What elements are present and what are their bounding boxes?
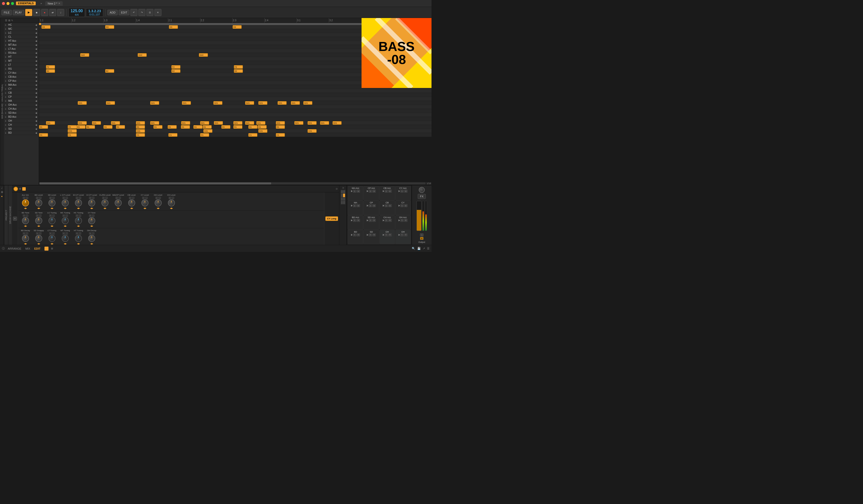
track-row-cb[interactable] xyxy=(39,93,432,97)
track-mute-button[interactable]: ◀ xyxy=(35,96,38,98)
note-block[interactable]: D1 xyxy=(258,125,266,129)
knob-minus-button[interactable]: - xyxy=(26,197,28,199)
note-block[interactable]: G#1 xyxy=(150,101,159,105)
close-button[interactable] xyxy=(2,2,5,5)
note-block[interactable]: D1 xyxy=(248,125,257,129)
track-row-ch-acc[interactable] xyxy=(39,109,432,113)
knob-minus-button[interactable]: - xyxy=(26,232,28,235)
channel-mute-button[interactable]: M xyxy=(357,234,360,236)
pattern-cell[interactable] xyxy=(341,194,343,197)
note-block[interactable]: C#1 xyxy=(258,129,267,133)
track-mute-button[interactable]: ◀ xyxy=(35,24,38,26)
channel-play-button[interactable] xyxy=(367,219,368,222)
knob-plus-button[interactable]: + xyxy=(62,197,65,199)
knob-plus-button[interactable]: + xyxy=(76,232,78,235)
capture-button[interactable]: ⊡ xyxy=(147,9,153,16)
note-block[interactable]: F2 xyxy=(234,65,243,69)
note-block[interactable]: C1 xyxy=(68,133,77,137)
channel-solo-button[interactable]: S xyxy=(353,190,356,193)
knob-minus-button[interactable]: - xyxy=(92,197,95,199)
stop-button[interactable]: ■ xyxy=(33,9,40,16)
knob-plus-button[interactable]: + xyxy=(115,197,118,199)
channel-mute-button[interactable]: M xyxy=(404,234,408,236)
knob-plus-button[interactable]: + xyxy=(36,197,38,199)
channel-play-button[interactable] xyxy=(399,205,400,207)
tab-item[interactable]: New 2 * ✕ xyxy=(45,1,63,6)
note-block[interactable]: D1 xyxy=(68,125,77,129)
knob-minus-button[interactable]: - xyxy=(52,214,55,217)
note-block[interactable]: D#1 xyxy=(200,121,209,125)
knob-minus-button[interactable]: - xyxy=(105,197,108,199)
note-block[interactable]: C#1 xyxy=(308,129,316,133)
pattern-cell[interactable] xyxy=(343,190,345,193)
knob-oh-decay[interactable] xyxy=(88,235,95,242)
note-block[interactable]: D#1 xyxy=(136,121,145,125)
knob-plus-button[interactable]: + xyxy=(23,232,25,235)
channel-mute-button[interactable]: M xyxy=(357,219,360,222)
edit-button[interactable]: EDIT xyxy=(119,10,129,15)
note-block[interactable]: C1 xyxy=(39,133,48,137)
knob-plus-button[interactable]: + xyxy=(23,197,25,199)
knob-oh-level[interactable] xyxy=(155,199,162,206)
track-mute-button[interactable]: ◀ xyxy=(35,28,38,30)
note-block[interactable]: F2 xyxy=(46,65,55,69)
knob-mc-tuning[interactable] xyxy=(62,217,69,224)
m-button[interactable]: M xyxy=(420,237,424,240)
track-mute-button[interactable]: ◀ xyxy=(35,52,38,54)
note-block[interactable]: D#1 xyxy=(46,121,55,125)
knob-minus-button[interactable]: - xyxy=(39,232,41,235)
pattern-cell[interactable] xyxy=(341,190,343,193)
knob-minus-button[interactable]: - xyxy=(79,214,81,217)
note-block[interactable]: G#1 xyxy=(78,101,87,105)
knob-mt-tuning[interactable] xyxy=(62,235,69,242)
note-block[interactable]: G#1 xyxy=(245,101,254,105)
channel-solo-button[interactable]: S xyxy=(368,204,372,207)
knob-m-c-t-level[interactable] xyxy=(75,199,82,206)
knob-plus-button[interactable]: + xyxy=(168,197,171,199)
note-block[interactable]: D1 xyxy=(233,125,242,129)
track-mute-button[interactable]: ◀ xyxy=(35,48,38,50)
add-track-button[interactable]: + xyxy=(13,217,17,220)
note-block[interactable]: G#2 xyxy=(138,53,147,57)
note-block[interactable]: D3 xyxy=(105,25,114,29)
knob-minus-button[interactable]: - xyxy=(92,214,95,217)
cy-long-button[interactable]: CY Long xyxy=(325,216,338,221)
channel-play-button[interactable] xyxy=(399,219,400,222)
note-block[interactable]: G#2 xyxy=(80,53,89,57)
track-row-sd[interactable]: C#1C#1C#1C#1C#1 xyxy=(39,129,432,133)
knob-minus-button[interactable]: - xyxy=(118,197,121,199)
channel-solo-button[interactable]: S xyxy=(353,219,356,222)
note-block[interactable]: D1 xyxy=(103,125,112,129)
note-block[interactable]: D1 xyxy=(203,125,212,129)
knob-plus-button[interactable]: + xyxy=(102,197,105,199)
channel-solo-button[interactable]: S xyxy=(368,219,372,222)
note-block[interactable]: D1 xyxy=(86,125,95,129)
volume-fader[interactable] xyxy=(416,201,422,231)
knob-minus-button[interactable]: - xyxy=(79,232,81,235)
note-block[interactable]: E2 xyxy=(234,69,243,73)
track-mute-button[interactable]: ◀ xyxy=(35,32,38,34)
track-mute-button[interactable]: ◀ xyxy=(35,88,38,90)
s-button[interactable]: S xyxy=(420,234,424,236)
knob-minus-button[interactable]: - xyxy=(79,197,81,199)
arrange-nav[interactable]: ARRANGE xyxy=(7,247,22,251)
channel-solo-button[interactable]: S xyxy=(368,234,372,236)
pattern-cell[interactable] xyxy=(343,201,345,204)
mix-nav[interactable]: MIX xyxy=(24,247,31,251)
pattern-cell-active[interactable] xyxy=(343,194,345,197)
track-row-sd-acc[interactable] xyxy=(39,113,432,117)
track-row-cy[interactable] xyxy=(39,89,432,93)
note-block[interactable]: D#1 xyxy=(320,121,329,125)
track-row-ma[interactable]: G#1G#1G#1G#1G#1G#1G#1G#1G#1G#1 xyxy=(39,101,432,105)
note-block[interactable]: E2 xyxy=(46,69,55,73)
track-mute-button[interactable]: ◀ xyxy=(35,84,38,86)
knob-plus-button[interactable]: + xyxy=(49,232,52,235)
knob-bd-decay[interactable] xyxy=(22,235,29,242)
knob-acc-vol-[interactable] xyxy=(22,199,29,206)
track-row-cp[interactable] xyxy=(39,97,432,101)
channel-mute-button[interactable]: M xyxy=(372,190,376,193)
add-button[interactable]: ADD xyxy=(108,10,118,15)
knob-cl-rs-level[interactable] xyxy=(101,199,109,206)
maximize-button[interactable] xyxy=(11,2,14,5)
knob-minus-button[interactable]: - xyxy=(65,214,68,217)
